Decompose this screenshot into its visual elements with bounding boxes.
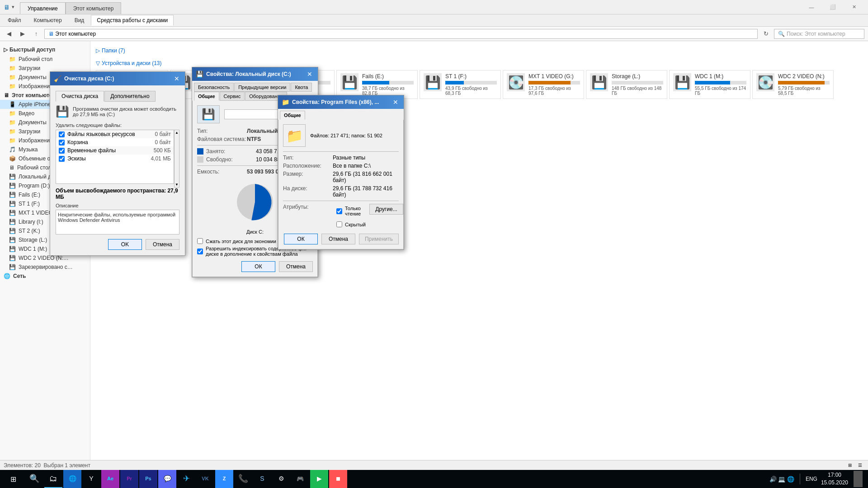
sidebar-item-desktop[interactable]: 📁Рабочий стол <box>0 55 90 64</box>
props-c-index-check[interactable] <box>197 249 203 254</box>
description-text: Некритические файлы, используемые програ… <box>56 210 179 235</box>
cleanup-file-list: Файлы языковых ресурсов 0 байт Корзина 0… <box>56 130 174 184</box>
taskbar-search[interactable]: 🔍 <box>25 470 43 488</box>
props-c-drive-icon: 💾 <box>197 105 220 123</box>
props-pf-buttons: ОК Отмена Применить <box>283 234 399 244</box>
cleanup-item-thumbnails[interactable]: Эскизы 4,01 МБ <box>56 155 174 163</box>
taskbar-zoom[interactable]: Z <box>215 470 233 488</box>
props-pf-dialog: 📁 Свойства: Program Files (x86), ... ✕ О… <box>278 95 404 250</box>
cleanup-tab-advanced[interactable]: Дополнительно <box>104 91 155 102</box>
maximize-button[interactable]: ⬜ <box>822 0 843 14</box>
props-c-tab-security[interactable]: Безопасность <box>194 83 234 92</box>
title-tab-computer[interactable]: Этот компьютер <box>66 2 122 14</box>
cleanup-list-label: Удалить следующие файлы: <box>56 122 179 128</box>
props-c-tab-previous[interactable]: Предыдущие версии <box>234 83 290 92</box>
drive-l[interactable]: 💾 Storage (L:) 148 ГБ свободно из 148 ГБ <box>586 70 667 99</box>
props-c-tab-quota[interactable]: Квота <box>291 83 312 92</box>
taskbar-stop[interactable]: ◼ <box>329 470 347 488</box>
props-c-title-bar: 💾 Свойства: Локальный диск (C:) ✕ <box>192 67 318 81</box>
props-pf-title-bar: 📁 Свойства: Program Files (x86), ... ✕ <box>278 95 404 109</box>
folders-section-title[interactable]: ▷ Папки (7) <box>94 45 864 56</box>
taskbar-discord[interactable]: 💬 <box>158 470 176 488</box>
ribbon-tab-computer[interactable]: Компьютер <box>28 15 68 26</box>
ribbon-tab-view[interactable]: Вид <box>69 15 90 26</box>
taskbar-yandex[interactable]: Y <box>82 470 100 488</box>
taskbar-telegram[interactable]: ✈ <box>177 470 195 488</box>
taskbar-game[interactable]: 🎮 <box>291 470 309 488</box>
taskbar-lang: ENG <box>806 476 817 482</box>
disk-cleanup-cancel[interactable]: Отмена <box>146 239 179 250</box>
taskbar-play[interactable]: ▶ <box>310 470 328 488</box>
cleanup-tab-main[interactable]: Очистка диска <box>56 91 104 102</box>
taskbar-right: 🔊 💻 🌐 ENG 17:00 15.05.2020 <box>769 471 866 487</box>
ribbon-tab-tools[interactable]: Средства работы с дисками <box>91 15 174 26</box>
taskbar-ps[interactable]: Ps <box>139 470 157 488</box>
view-buttons: ⊞ ☰ <box>845 461 864 469</box>
props-c-close[interactable]: ✕ <box>305 70 314 79</box>
props-pf-hidden-row[interactable]: Скрытый <box>336 221 366 227</box>
taskbar-clock: 17:00 15.05.2020 <box>821 471 848 487</box>
status-elements: Элементов: 20 Выбран 1 элемент <box>4 462 90 469</box>
close-button[interactable]: ✕ <box>844 0 864 14</box>
drive-g[interactable]: 💽 MXT 1 VIDEO (G:) 17,3 ГБ свободно из 9… <box>503 70 584 99</box>
view-list-button[interactable]: ☰ <box>855 461 864 469</box>
cleanup-check-thumbnails[interactable] <box>59 156 65 162</box>
cleanup-item-recycle[interactable]: Корзина 0 байт <box>56 138 174 146</box>
disk-cleanup-close[interactable]: ✕ <box>172 74 181 83</box>
props-pf-readonly-row[interactable]: Только чтение <box>336 206 366 216</box>
props-pf-apply[interactable]: Применить <box>359 234 399 244</box>
title-tab-manage[interactable]: Управление <box>20 2 66 14</box>
minimize-button[interactable]: — <box>801 0 822 14</box>
drive-f[interactable]: 💾 ST 1 (F:) 43,9 ГБ свободно из 68,3 ГБ <box>420 70 501 99</box>
props-c-compress-check[interactable] <box>197 238 203 244</box>
drive-n[interactable]: 💽 WDC 2 VIDEO (N:) 5,79 ГБ свободно из 5… <box>752 70 834 99</box>
sidebar-item-network[interactable]: 🌐Сеть <box>0 272 90 281</box>
search-box[interactable]: 🔍 Поиск: Этот компьютер <box>774 29 864 39</box>
drive-m[interactable]: 💾 WDC 1 (M:) 55,5 ГБ свободно из 174 ГБ <box>669 70 750 99</box>
disk-cleanup-ok[interactable]: OK <box>108 239 142 250</box>
props-pf-readonly-check[interactable] <box>336 208 342 214</box>
cleanup-item-lang[interactable]: Файлы языковых ресурсов 0 байт <box>56 130 174 138</box>
taskbar-phone[interactable]: 📞 <box>234 470 252 488</box>
taskbar-ae[interactable]: Ae <box>101 470 119 488</box>
cleanup-check-lang[interactable] <box>59 131 65 137</box>
props-pf-close[interactable]: ✕ <box>391 98 400 107</box>
props-pf-tab-general[interactable]: Общие <box>280 111 305 120</box>
props-pf-tabs: Общие <box>278 109 404 120</box>
title-bar: 🖥 ▾ Управление Этот компьютер — ⬜ ✕ <box>0 0 868 14</box>
refresh-button[interactable]: ↻ <box>760 29 771 39</box>
props-pf-hidden-check[interactable] <box>336 221 342 227</box>
cleanup-check-temp[interactable] <box>59 148 65 154</box>
back-button[interactable]: ◀ <box>4 29 14 39</box>
address-path[interactable]: 🖥 Этот компьютер <box>44 29 758 39</box>
taskbar-vk[interactable]: VK <box>196 470 214 488</box>
taskbar-explorer[interactable]: 🗂 <box>44 470 62 488</box>
taskbar-pr[interactable]: Pr <box>120 470 138 488</box>
props-pf-disksize-row: На диске: 29,6 ГБ (31 788 732 416 байт) <box>283 185 399 198</box>
up-button[interactable]: ↑ <box>31 29 42 39</box>
sidebar-item-reserved[interactable]: 💾Зарезервировано с… <box>0 263 90 272</box>
props-pf-other-btn[interactable]: Другие... <box>369 204 403 215</box>
taskbar-steam[interactable]: S <box>253 470 271 488</box>
props-pf-icon: 📁 <box>283 124 306 147</box>
sidebar-quick-access[interactable]: ▷ Быстрый доступ <box>0 45 90 55</box>
description-label: Описание <box>56 203 179 208</box>
props-pf-ok[interactable]: ОК <box>284 234 318 244</box>
props-c-tab-general[interactable]: Общие <box>194 92 219 101</box>
props-pf-cancel[interactable]: Отмена <box>321 234 355 244</box>
taskbar-chrome[interactable]: 🌐 <box>63 470 81 488</box>
props-c-cancel[interactable]: Отмена <box>279 261 313 272</box>
view-grid-button[interactable]: ⊞ <box>845 461 854 469</box>
forward-button[interactable]: ▶ <box>17 29 28 39</box>
cleanup-item-temp[interactable]: Временные файлы 500 КБ <box>56 146 174 155</box>
props-c-tab-service[interactable]: Сервис <box>220 92 245 101</box>
cleanup-check-recycle[interactable] <box>59 140 65 145</box>
start-button[interactable]: ⊞ <box>2 470 24 488</box>
taskbar-settings[interactable]: ⚙ <box>272 470 290 488</box>
props-c-ok[interactable]: ОК <box>241 261 275 272</box>
props-pf-header: 📁 Файлов: 217 471; папок: 51 902 <box>283 124 399 147</box>
free-space-row: Объем высвобождаемого пространства: 27,9… <box>56 188 179 200</box>
props-pf-files-count: Файлов: 217 471; папок: 51 902 <box>310 133 382 138</box>
ribbon-tab-file[interactable]: Файл <box>2 15 27 26</box>
taskbar-notification[interactable] <box>854 471 863 487</box>
